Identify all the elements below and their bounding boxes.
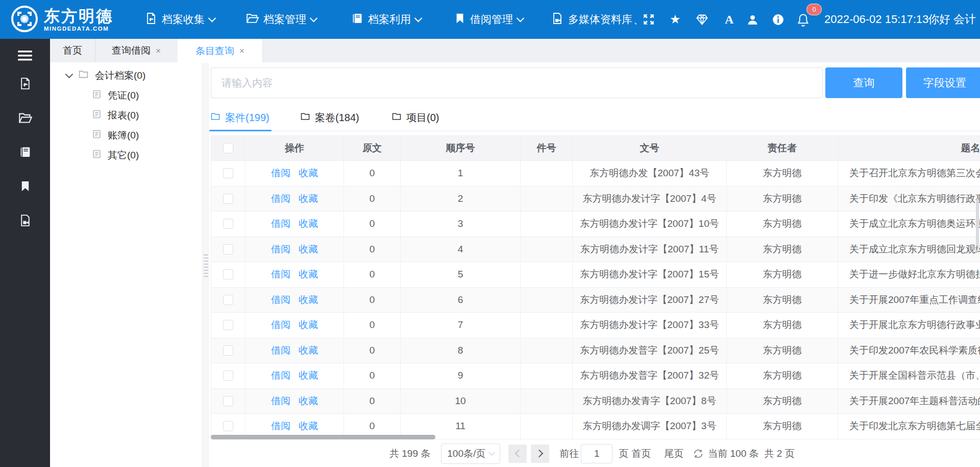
favorite-link[interactable]: 收藏: [299, 394, 318, 408]
tab-label: 条目查询: [195, 44, 234, 58]
table-row: 借阅收藏03东方明德办发计字【2007】10号东方明德关于成立北京东方明德奥运环…: [211, 212, 980, 237]
cell-title: 关于开展全国科普示范县（市、: [838, 363, 980, 388]
cell-title: 关于开展北京东方明德行政事业: [838, 313, 980, 338]
favorite-link[interactable]: 收藏: [299, 344, 318, 357]
cell-title: 关于成立北京东方明德回龙观绿: [838, 237, 980, 262]
current-count: 当前 100 条: [708, 447, 758, 460]
table-body: 借阅收藏01东方明德办发【2007】43号东方明德关于召开北京东方明德第三次会借…: [211, 161, 980, 439]
borrow-link[interactable]: 借阅: [271, 217, 290, 230]
subtab-projects[interactable]: 项目(0): [391, 105, 439, 130]
row-checkbox[interactable]: [223, 168, 233, 178]
prev-page-button[interactable]: [508, 445, 527, 463]
cell-responsible: 东方明德: [727, 389, 838, 414]
goto-page-input[interactable]: [581, 444, 612, 463]
pdf-file-icon[interactable]: [0, 76, 50, 90]
cell-sequence: 9: [401, 363, 521, 388]
row-checkbox[interactable]: [223, 244, 233, 254]
borrow-link[interactable]: 借阅: [271, 419, 290, 433]
main-panel: 查询 字段设置 案件(199) 案卷(184) 项目(0) 操作: [209, 62, 980, 467]
bookmark-icon[interactable]: [0, 179, 50, 193]
row-checkbox[interactable]: [223, 320, 233, 330]
nav-borrow-manage[interactable]: 借阅管理: [454, 0, 523, 39]
favorite-link[interactable]: 收藏: [299, 318, 318, 332]
tab-entry-query[interactable]: 条目查询: [178, 39, 263, 63]
category-tree: 会计档案(0) 凭证(0) 报表(0) 账簿(0) 其它(0): [50, 62, 202, 467]
cell-item-no: [521, 237, 573, 262]
select-all-checkbox[interactable]: [223, 143, 233, 153]
favorite-link[interactable]: 收藏: [299, 293, 318, 307]
borrow-link[interactable]: 借阅: [271, 318, 290, 332]
field-settings-button[interactable]: 字段设置: [906, 67, 980, 98]
subtab-cases[interactable]: 案件(199): [210, 105, 270, 130]
gem-icon[interactable]: [695, 0, 709, 39]
cell-original: 0: [344, 161, 401, 186]
cell-item-no: [521, 288, 573, 313]
favorite-link[interactable]: 收藏: [299, 243, 318, 256]
tab-query-borrow[interactable]: 查询借阅: [95, 39, 178, 62]
cell-doc-no: 东方明德办发计字【2007】10号: [573, 212, 727, 237]
refresh-icon[interactable]: [693, 448, 704, 459]
favorite-link[interactable]: 收藏: [299, 419, 318, 433]
chevron-down-icon: [414, 14, 423, 22]
page-size-select[interactable]: 100条/页: [441, 443, 500, 464]
borrow-link[interactable]: 借阅: [271, 167, 290, 180]
borrow-link[interactable]: 借阅: [271, 369, 290, 382]
hamburger-menu-icon[interactable]: [0, 49, 50, 63]
favorite-link[interactable]: 收藏: [299, 192, 318, 205]
nav-archive-use[interactable]: 档案利用: [351, 0, 421, 39]
next-page-button[interactable]: [531, 445, 549, 463]
row-checkbox[interactable]: [223, 345, 233, 356]
nav-archive-collect[interactable]: 档案收集: [145, 0, 215, 39]
row-checkbox[interactable]: [223, 396, 233, 406]
row-checkbox[interactable]: [223, 370, 233, 381]
row-checkbox[interactable]: [223, 194, 233, 204]
borrow-link[interactable]: 借阅: [271, 394, 290, 408]
row-checkbox[interactable]: [223, 219, 233, 229]
borrow-link[interactable]: 借阅: [271, 243, 290, 256]
favorite-star-icon[interactable]: ★: [670, 0, 681, 39]
row-checkbox-cell: [211, 237, 246, 262]
nav-archive-manage[interactable]: 档案管理: [246, 0, 316, 39]
close-tab-icon[interactable]: [156, 46, 161, 55]
row-checkbox[interactable]: [223, 421, 233, 431]
last-page-link[interactable]: 尾页: [664, 447, 683, 460]
book-icon[interactable]: [0, 145, 50, 159]
total-pages: 共 2 页: [765, 447, 795, 460]
vertical-scrollbar[interactable]: [976, 199, 979, 245]
cell-original: 0: [344, 186, 401, 212]
borrow-link[interactable]: 借阅: [271, 268, 290, 281]
row-checkbox[interactable]: [223, 269, 233, 279]
font-size-icon[interactable]: A: [725, 0, 733, 39]
favorite-link[interactable]: 收藏: [299, 268, 318, 281]
folder-open-icon[interactable]: [0, 110, 50, 125]
tree-node-accounting-archive[interactable]: 会计档案(0): [50, 65, 218, 85]
row-checkbox-cell: [211, 363, 246, 388]
row-checkbox-cell: [211, 288, 246, 313]
nav-label: 档案利用: [368, 12, 411, 27]
subtab-files[interactable]: 案卷(184): [300, 105, 359, 130]
subtab-label: 案件(199): [225, 111, 270, 125]
nav-media-library[interactable]: 多媒体资料库: [551, 0, 632, 39]
favorite-link[interactable]: 收藏: [299, 217, 318, 230]
search-input[interactable]: [211, 67, 823, 98]
close-tab-icon[interactable]: [239, 46, 244, 55]
borrow-link[interactable]: 借阅: [271, 192, 290, 205]
media-file-icon[interactable]: [0, 213, 50, 227]
favorite-link[interactable]: 收藏: [299, 369, 318, 382]
query-button[interactable]: 查询: [825, 67, 902, 98]
tab-home[interactable]: 首页: [50, 39, 95, 62]
fullscreen-icon[interactable]: [642, 0, 655, 39]
cell-doc-no: 东方明德办发计字【2007】11号: [573, 237, 727, 262]
chevron-down-icon: [488, 449, 495, 456]
borrow-link[interactable]: 借阅: [271, 293, 290, 307]
borrow-link[interactable]: 借阅: [271, 344, 290, 357]
info-icon[interactable]: [772, 0, 785, 39]
cell-original: 0: [344, 212, 401, 237]
user-icon[interactable]: [746, 0, 759, 39]
col-item-no: 件号: [521, 136, 573, 160]
horizontal-scrollbar[interactable]: [211, 435, 435, 439]
row-checkbox[interactable]: [223, 295, 233, 305]
caret-down-icon[interactable]: [65, 70, 74, 78]
first-page-link[interactable]: 首页: [631, 447, 651, 460]
favorite-link[interactable]: 收藏: [299, 167, 318, 180]
